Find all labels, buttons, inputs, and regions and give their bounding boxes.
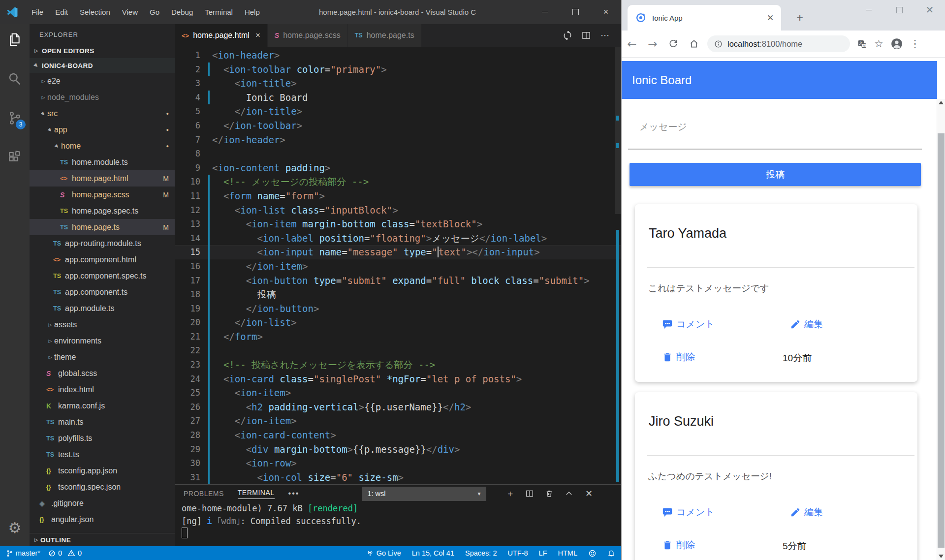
status-item-1[interactable]: Spaces: 2 — [465, 549, 497, 557]
code-line-26[interactable]: 26 <h2 padding-vertical>{{p.userName}}</… — [175, 400, 621, 414]
translate-button[interactable]: 文 A — [857, 39, 867, 49]
tree-item-assets[interactable]: ▷assets — [30, 316, 175, 333]
open-changes-button[interactable] — [558, 30, 577, 41]
outline-section[interactable]: ▷ OUTLINE — [30, 533, 175, 546]
kill-terminal-button[interactable] — [539, 488, 559, 499]
feedback-smiley-icon[interactable] — [588, 549, 597, 558]
home-button[interactable] — [684, 33, 704, 54]
editor-tab-home.page.ts[interactable]: TShome.page.ts — [348, 24, 422, 47]
tree-item-home.module.ts[interactable]: TShome.module.ts — [30, 154, 175, 170]
menu-view[interactable]: View — [116, 0, 144, 24]
code-line-4[interactable]: 4 Ionic Board — [175, 91, 621, 105]
settings-gear-icon[interactable]: ⚙ — [0, 521, 30, 535]
delete-button[interactable]: 削除 — [662, 351, 695, 364]
code-line-23[interactable]: 23 <!-- 投稿されたメッセージを表示する部分 --> — [175, 358, 621, 372]
root-folder-section[interactable]: ▶ IONIC4-BOARD — [30, 58, 175, 73]
extensions-activity-button[interactable] — [0, 143, 30, 172]
minimize-button[interactable] — [853, 0, 884, 20]
code-line-22[interactable]: 22 — [175, 343, 621, 358]
close-tab-icon[interactable]: × — [255, 31, 260, 40]
tree-item-app-routing.module.ts[interactable]: TSapp-routing.module.ts — [30, 235, 175, 251]
address-bar[interactable]: localhost:8100/home — [707, 35, 850, 52]
code-line-3[interactable]: 3 <ion-title> — [175, 76, 621, 91]
status-item-0[interactable]: Ln 15, Col 41 — [412, 549, 454, 557]
code-line-9[interactable]: 9<ion-content padding> — [175, 161, 621, 175]
code-line-21[interactable]: 21 </form> — [175, 330, 621, 344]
maximize-button[interactable] — [560, 0, 591, 24]
code-line-10[interactable]: 10 <!-- メッセージの投稿部分 --> — [175, 175, 621, 189]
page-scrollbar[interactable] — [937, 99, 945, 560]
code-line-11[interactable]: 11 <form name="form"> — [175, 189, 621, 203]
comment-button[interactable]: コメント — [662, 506, 715, 519]
tree-item-.gitignore[interactable]: ◈.gitignore — [30, 495, 175, 511]
tree-item-home.page.ts[interactable]: TShome.page.tsM — [30, 219, 175, 235]
tree-item-index.html[interactable]: <>index.html — [30, 381, 175, 398]
tree-item-karma.conf.js[interactable]: Kkarma.conf.js — [30, 398, 175, 414]
search-activity-button[interactable] — [0, 64, 30, 93]
code-line-30[interactable]: 30 <ion-row> — [175, 456, 621, 470]
tree-item-home.page.spec.ts[interactable]: TShome.page.spec.ts — [30, 203, 175, 219]
menu-help[interactable]: Help — [239, 0, 266, 24]
tab-terminal[interactable]: TERMINAL — [238, 489, 275, 499]
comment-button[interactable]: コメント — [662, 318, 715, 331]
tree-item-global.scss[interactable]: Sglobal.scss — [30, 365, 175, 381]
tree-item-main.ts[interactable]: TSmain.ts — [30, 414, 175, 430]
close-button[interactable]: × — [591, 0, 621, 24]
code-line-15[interactable]: 15 <ion-input name="message" type="text"… — [175, 245, 621, 259]
more-actions-button[interactable]: ⋯ — [596, 30, 614, 41]
browser-tab[interactable]: Ionic App ✕ — [628, 5, 781, 31]
message-input[interactable] — [628, 149, 922, 150]
menu-edit[interactable]: Edit — [49, 0, 74, 24]
open-editors-section[interactable]: ▷ OPEN EDITORS — [30, 43, 175, 58]
scroll-down-arrow-icon[interactable] — [939, 555, 944, 558]
minimize-button[interactable] — [530, 0, 560, 24]
code-line-6[interactable]: 6 </ion-toolbar> — [175, 119, 621, 133]
tree-item-home.page.scss[interactable]: Shome.page.scssM — [30, 187, 175, 203]
maximize-button[interactable] — [884, 0, 914, 20]
tree-item-environments[interactable]: ▷environments — [30, 333, 175, 349]
tree-item-src[interactable]: ▶src● — [30, 105, 175, 122]
go-live-item[interactable]: Go Live — [366, 549, 401, 557]
code-line-8[interactable]: 8 — [175, 147, 621, 161]
panel-more-tabs-icon[interactable]: ••• — [288, 489, 300, 498]
menu-file[interactable]: File — [26, 0, 49, 24]
browser-menu-button[interactable]: ⋮ — [910, 38, 920, 50]
menu-selection[interactable]: Selection — [74, 0, 116, 24]
close-tab-icon[interactable]: ✕ — [763, 13, 777, 23]
code-line-24[interactable]: 24 <ion-card class="singlePost" *ngFor="… — [175, 372, 621, 386]
tree-item-app[interactable]: ▶app● — [30, 122, 175, 138]
back-button[interactable]: ← — [622, 33, 642, 54]
status-item-2[interactable]: UTF-8 — [508, 549, 528, 557]
editor-tab-home.page.html[interactable]: <>home.page.html× — [175, 24, 268, 47]
code-line-25[interactable]: 25 <ion-item> — [175, 386, 621, 400]
code-line-13[interactable]: 13 <ion-item margin-bottom class="textBl… — [175, 217, 621, 231]
profile-avatar-button[interactable] — [890, 37, 903, 50]
submit-button[interactable]: 投稿 — [630, 163, 921, 186]
forward-button[interactable]: → — [642, 33, 663, 54]
delete-button[interactable]: 削除 — [662, 539, 695, 552]
code-line-20[interactable]: 20 </ion-list> — [175, 315, 621, 330]
tree-item-e2e[interactable]: ▷e2e — [30, 73, 175, 89]
menu-go[interactable]: Go — [144, 0, 165, 24]
editor-tab-home.page.scss[interactable]: Shome.page.scss — [268, 24, 348, 47]
tree-item-tsconfig.app.json[interactable]: {}tsconfig.app.json — [30, 463, 175, 479]
tree-item-tsconfig.spec.json[interactable]: {}tsconfig.spec.json — [30, 479, 175, 495]
terminal-select[interactable]: 1: wsl ▼ — [362, 487, 486, 501]
code-line-18[interactable]: 18 投稿 — [175, 287, 621, 302]
tree-item-app.component.ts[interactable]: TSapp.component.ts — [30, 284, 175, 300]
new-tab-button[interactable]: + — [791, 9, 809, 27]
code-line-2[interactable]: 2 <ion-toolbar color="primary"> — [175, 62, 621, 77]
code-line-12[interactable]: 12 <ion-list class="inputBlock"> — [175, 203, 621, 218]
code-line-14[interactable]: 14 <ion-label position="floating">メッセージ<… — [175, 231, 621, 246]
scroll-up-arrow-icon[interactable] — [939, 101, 944, 104]
tree-item-angular.json[interactable]: {}angular.json — [30, 511, 175, 528]
notifications-bell-icon[interactable] — [607, 549, 615, 557]
close-button[interactable]: ✕ — [914, 0, 945, 20]
code-line-27[interactable]: 27 </ion-item> — [175, 414, 621, 428]
tree-item-app.component.spec.ts[interactable]: TSapp.component.spec.ts — [30, 268, 175, 284]
code-line-7[interactable]: 7</ion-header> — [175, 133, 621, 147]
bookmark-star-button[interactable]: ☆ — [874, 38, 883, 50]
status-item-3[interactable]: LF — [539, 549, 547, 557]
tree-item-home.page.html[interactable]: <>home.page.htmlM — [30, 170, 175, 187]
menu-debug[interactable]: Debug — [165, 0, 199, 24]
